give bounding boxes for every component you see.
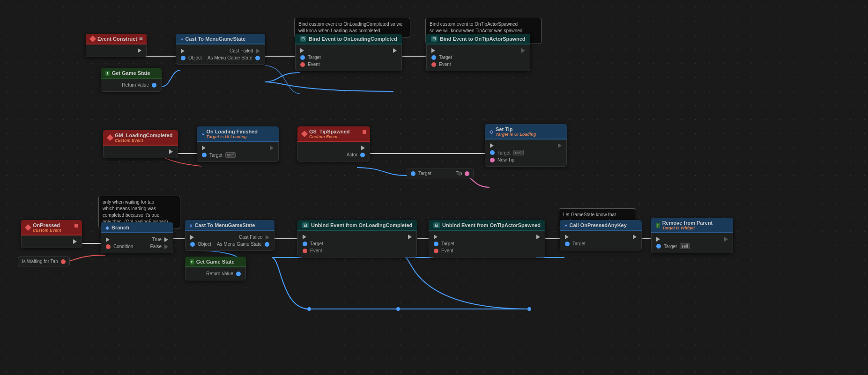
unbind-tip-node[interactable]: ⊟ Unbind Event from OnTipActorSpawned Ta…	[429, 220, 545, 257]
bind-tip-title: Bind Event to OnTipActorSpawned	[440, 36, 526, 42]
exec-in-cop	[565, 235, 569, 239]
get-game-state-2-node[interactable]: f Get Game State Return Value	[185, 257, 246, 280]
exec-in-st	[490, 143, 494, 148]
set-tip-node[interactable]: ◇ Set Tip Target is UI Loading Target se…	[485, 124, 567, 167]
exec-in-ul	[303, 235, 306, 239]
event-icon-2	[107, 134, 113, 141]
exec-out-bind	[393, 48, 397, 53]
func-icon-2: f	[190, 259, 194, 265]
event-construct-title: Event Construct	[97, 36, 137, 42]
return-pin	[152, 83, 156, 88]
cast-to-menu-2-title: Cast To MenuGameState	[195, 222, 255, 228]
svg-point-0	[307, 307, 311, 311]
return-pin-2	[236, 272, 241, 276]
exec-out-ut	[536, 235, 540, 239]
svg-point-1	[396, 307, 400, 311]
set-tip-title: Set Tip	[496, 126, 536, 132]
branch-title: Branch	[111, 225, 129, 230]
bind-event-loading-node[interactable]: ⊟ Bind Event to OnLoadingCompleted Targe…	[295, 34, 402, 71]
gs-tip-title: GS_TipSpawned	[309, 129, 350, 134]
get-game-state-1-title: Get Game State	[112, 70, 150, 76]
exec-in-1	[181, 49, 185, 53]
func-icon: f	[105, 71, 110, 76]
cast-to-menu-1-node[interactable]: » Cast To MenuGameState Cast Failed Obje…	[176, 34, 265, 65]
on-loading-subtitle: Target is UI Loading	[207, 134, 258, 139]
get-game-state-2-title: Get Game State	[196, 259, 235, 265]
exec-out-st	[558, 143, 562, 148]
actor-pin	[360, 153, 365, 157]
exec-in-ut	[434, 235, 438, 239]
exec-out-pin	[138, 48, 141, 53]
exec-in-rfp	[656, 237, 660, 242]
true-pin	[164, 237, 168, 242]
func-icon-3: f	[656, 223, 660, 228]
exec-in-bind	[300, 48, 304, 53]
gm-loading-title: GM_LoadingCompleted	[115, 132, 172, 138]
gm-loading-subtitle: Custom Event	[115, 138, 172, 143]
cast-to-menu-2-node[interactable]: » Cast To MenuGameState Cast Failed Obje…	[185, 220, 274, 251]
exec-out-cop	[633, 235, 637, 239]
branch-node[interactable]: ◈ Branch True Condition False	[101, 222, 173, 253]
is-waiting-label: Is Waiting for Tap	[22, 259, 58, 264]
exec-out-lf	[270, 146, 274, 150]
exec-in-bind-tip	[431, 48, 435, 53]
remove-parent-title: Remove from Parent	[662, 220, 713, 226]
exec-out-rfp	[724, 237, 728, 242]
exec-out-gs	[361, 146, 365, 150]
on-loading-title: On Loading Finished	[207, 129, 258, 134]
call-on-pressed-title: Call OnPressedAnyKey	[570, 222, 627, 228]
remove-parent-subtitle: Target is Widget	[662, 226, 713, 230]
unbind-loading-node[interactable]: ⊟ Unbind Event from OnLoadingCompleted T…	[297, 220, 417, 257]
call-on-pressed-node[interactable]: » Call OnPressedAnyKey Target	[560, 220, 642, 250]
event-icon-3	[301, 131, 308, 137]
is-waiting-pin	[61, 259, 66, 264]
bind-loading-title: Bind Event to OnLoadingCompleted	[309, 36, 397, 42]
get-game-state-1-node[interactable]: f Get Game State Return Value	[101, 68, 162, 92]
exec-out-op	[73, 239, 77, 244]
event-icon-4	[25, 224, 31, 231]
exec-out-bind-tip	[521, 48, 525, 53]
remove-from-parent-node[interactable]: f Remove from Parent Target is Widget Ta…	[651, 218, 733, 253]
exec-in-lf	[202, 146, 206, 150]
gm-loading-node[interactable]: GM_LoadingCompleted Custom Event	[103, 130, 178, 158]
bind-event-tip-node[interactable]: ⊟ Bind Event to OnTipActorSpawned Target…	[426, 34, 530, 71]
false-pin	[164, 244, 168, 249]
as-menu-pin	[255, 56, 260, 60]
cast-failed-2	[266, 235, 269, 240]
on-loading-finished-node[interactable]: » On Loading Finished Target is UI Loadi…	[197, 126, 279, 162]
unbind-tip-title: Unbind Event from OnTipActorSpawned	[442, 222, 541, 228]
set-tip-subtitle: Target is UI Loading	[496, 132, 536, 137]
exec-out-ul	[408, 235, 412, 239]
target-tip-connector: Target Tip	[407, 169, 474, 178]
gs-tip-subtitle: Custom Event	[309, 134, 350, 139]
on-pressed-node[interactable]: OnPressed Custom Event	[21, 220, 82, 248]
on-pressed-subtitle: Custom Event	[33, 228, 61, 233]
unbind-loading-title: Unbind Event from OnLoadingCompleted	[311, 222, 412, 228]
is-waiting-tap-node[interactable]: Is Waiting for Tap	[18, 257, 70, 266]
cast-failed-pin	[256, 49, 260, 53]
exec-in-br	[106, 237, 110, 242]
exec-in-cm2	[190, 235, 194, 240]
event-icon	[89, 36, 96, 42]
on-pressed-title: OnPressed	[33, 222, 61, 228]
gs-tip-spawned-node[interactable]: GS_TipSpawned Custom Event Actor	[297, 126, 370, 162]
object-pin	[181, 56, 185, 60]
svg-point-2	[527, 307, 531, 311]
event-construct-node[interactable]: Event Construct ⊞	[86, 34, 147, 57]
exec-out-gm	[169, 149, 173, 154]
cast-to-menu-1-title: Cast To MenuGameState	[185, 36, 246, 42]
